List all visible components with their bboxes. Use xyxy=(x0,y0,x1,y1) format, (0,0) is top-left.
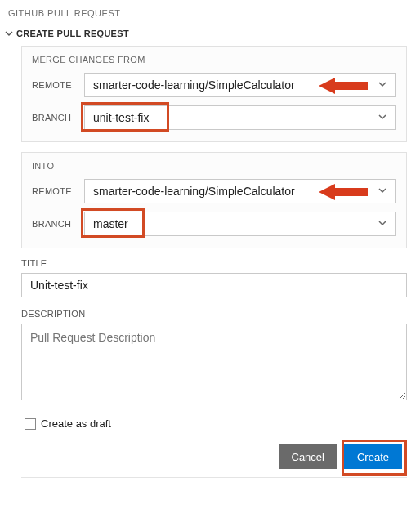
into-title: INTO xyxy=(32,161,396,171)
select-value: unit-test-fix xyxy=(93,111,149,124)
merge-from-remote-select[interactable]: smarter-code-learning/SimpleCalculator xyxy=(84,73,396,97)
panel-title: GITHUB PULL REQUEST xyxy=(0,0,420,25)
chevron-down-icon xyxy=(3,28,15,39)
description-label: DESCRIPTION xyxy=(21,309,407,319)
into-remote-select[interactable]: smarter-code-learning/SimpleCalculator xyxy=(84,179,396,203)
create-button[interactable]: Create xyxy=(344,444,402,469)
select-value: smarter-code-learning/SimpleCalculator xyxy=(93,78,295,92)
chevron-down-icon xyxy=(378,79,387,92)
merge-from-branch-label: BRANCH xyxy=(32,113,84,123)
into-group: INTO REMOTE smarter-code-learning/Simple… xyxy=(21,152,407,248)
into-remote-label: REMOTE xyxy=(32,186,84,196)
merge-from-group: MERGE CHANGES FROM REMOTE smarter-code-l… xyxy=(21,46,407,142)
footer: Cancel Create xyxy=(21,444,407,469)
into-branch-select[interactable]: master xyxy=(84,212,396,236)
cancel-button[interactable]: Cancel xyxy=(279,444,337,469)
section-label: CREATE PULL REQUEST xyxy=(16,29,129,38)
annotation-arrow-icon xyxy=(319,76,368,98)
annotation-arrow-icon xyxy=(319,182,368,204)
into-branch-label: BRANCH xyxy=(32,219,84,229)
description-textarea[interactable] xyxy=(21,324,407,400)
chevron-down-icon xyxy=(378,185,387,198)
merge-from-remote-label: REMOTE xyxy=(32,80,84,90)
select-value: smarter-code-learning/SimpleCalculator xyxy=(93,185,295,198)
create-as-draft-label: Create as draft xyxy=(41,417,111,430)
merge-from-branch-select[interactable]: unit-test-fix xyxy=(84,105,396,130)
title-label: TITLE xyxy=(21,258,407,268)
title-input[interactable] xyxy=(21,273,407,297)
create-as-draft-checkbox[interactable] xyxy=(25,418,36,430)
chevron-down-icon xyxy=(378,112,387,124)
select-value: master xyxy=(93,217,128,230)
section-toggle[interactable]: CREATE PULL REQUEST xyxy=(0,25,420,46)
chevron-down-icon xyxy=(378,218,387,230)
divider xyxy=(21,477,407,478)
merge-from-title: MERGE CHANGES FROM xyxy=(32,55,396,65)
